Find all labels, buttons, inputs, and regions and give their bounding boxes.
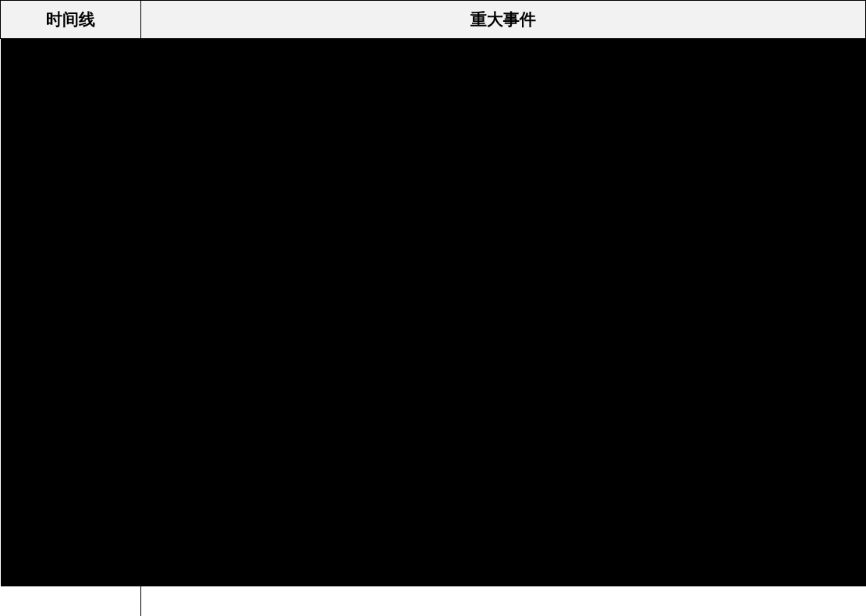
table-row: [1, 586, 866, 617]
bottom-right-cell: [141, 586, 866, 617]
table-container: 时间线 重大事件: [0, 0, 866, 616]
header-timeline: 时间线: [1, 1, 141, 39]
table-row: [1, 39, 866, 586]
events-table: 时间线 重大事件: [0, 0, 866, 616]
bottom-left-cell: [1, 586, 141, 617]
black-content-area: [1, 39, 866, 586]
header-event: 重大事件: [141, 1, 866, 39]
table-header-row: 时间线 重大事件: [1, 1, 866, 39]
